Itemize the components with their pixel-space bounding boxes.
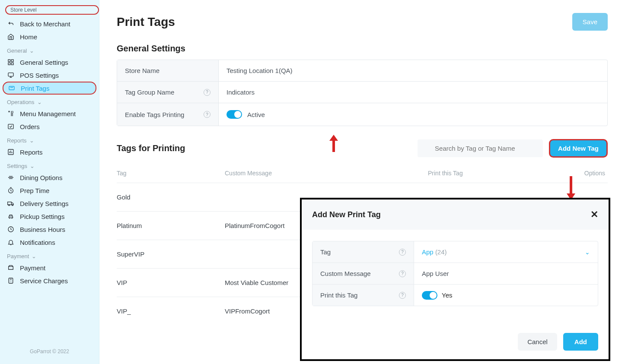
enable-tags-toggle[interactable] [226, 110, 242, 119]
nav-label: Pickup Settings [20, 213, 64, 220]
home-icon [7, 33, 15, 41]
payment-icon [7, 264, 15, 272]
general-settings-title: General Settings [117, 44, 608, 54]
nav-label: Back to Merchant [20, 20, 70, 28]
help-icon[interactable]: ? [204, 89, 210, 96]
general-settings-table: Store Name Testing Location 1(QA) Tag Gr… [117, 60, 608, 126]
nav-label: Home [20, 33, 37, 41]
add-button[interactable]: Add [563, 333, 598, 351]
nav-label: Delivery Settings [20, 200, 69, 207]
annotation-arrow-down-icon [567, 176, 575, 200]
enable-tags-label: Enable Tags Printing ? [117, 103, 219, 126]
group-label: General [7, 47, 27, 54]
group-label: Operations [7, 99, 35, 105]
sidebar-item-dining-options[interactable]: Dining Options [0, 171, 99, 184]
nav-label: Notifications [20, 239, 55, 246]
sidebar-item-print-tags[interactable]: Print Tags [3, 82, 96, 95]
svg-rect-15 [9, 278, 13, 283]
cell-tag: VIP_ [117, 307, 225, 315]
group-label: Settings [7, 163, 27, 169]
col-message: Custom Message [225, 170, 428, 177]
sidebar-group-operations[interactable]: Operations ⌄ [0, 95, 99, 107]
svg-rect-1 [11, 60, 13, 62]
sidebar-item-reports[interactable]: Reports [0, 146, 99, 158]
save-button[interactable]: Save [572, 13, 608, 31]
sidebar-item-business-hours[interactable]: Business Hours [0, 223, 99, 236]
sidebar-item-general-settings[interactable]: General Settings [0, 56, 99, 69]
col-tag: Tag [117, 170, 225, 177]
modal-tag-select[interactable]: App (24) ⌄ [414, 241, 598, 263]
col-options: Options [584, 170, 608, 177]
sidebar-item-delivery-settings[interactable]: Delivery Settings [0, 197, 99, 210]
sidebar-back-to-merchant[interactable]: Back to Merchant [0, 17, 99, 30]
sidebar-item-orders[interactable]: Orders [0, 120, 99, 133]
sidebar-item-menu-management[interactable]: Menu Management [0, 107, 99, 120]
svg-point-12 [10, 218, 10, 218]
group-label: Payment [7, 253, 29, 260]
help-icon[interactable]: ? [204, 111, 210, 118]
nav-label: Business Hours [20, 226, 65, 233]
store-name-value: Testing Location 1(QA) [219, 60, 607, 81]
sidebar-group-general[interactable]: General ⌄ [0, 43, 99, 56]
monitor-icon [7, 71, 15, 79]
nav-label: POS Settings [20, 72, 59, 79]
car-icon [7, 212, 15, 220]
nav-label: Print Tags [21, 85, 49, 92]
tag-select-count: (24) [435, 248, 447, 256]
annotation-arrow-up-icon [329, 135, 338, 152]
dining-icon [7, 174, 15, 181]
calculator-icon [7, 277, 15, 285]
truck-icon [7, 199, 15, 207]
cancel-button[interactable]: Cancel [518, 333, 557, 351]
tag-group-label: Tag Group Name ? [117, 82, 219, 103]
close-icon[interactable]: ✕ [590, 209, 598, 220]
sidebar-item-payment[interactable]: Payment [0, 261, 99, 274]
sidebar-group-settings[interactable]: Settings ⌄ [0, 158, 99, 171]
cell-tag: Gold [117, 193, 225, 201]
cell-tag: VIP [117, 279, 225, 286]
nav-label: Reports [20, 149, 43, 156]
modal-tag-label: Tag ? [312, 241, 414, 263]
tag-icon [8, 84, 16, 92]
tags-section-title: Tags for Printing [117, 143, 185, 153]
modal-print-value: Yes [442, 291, 452, 299]
sidebar: Store Level Back to Merchant Home Genera… [0, 0, 99, 364]
svg-rect-5 [9, 86, 14, 90]
sidebar-item-notifications[interactable]: Notifications [0, 236, 99, 249]
nav-label: General Settings [20, 59, 68, 66]
modal-title: Add New Print Tag [312, 210, 381, 219]
search-input[interactable] [418, 139, 543, 157]
sidebar-item-prep-time[interactable]: Prep Time [0, 184, 99, 197]
bar-chart-icon [7, 148, 15, 156]
modal-print-toggle[interactable] [422, 291, 437, 300]
sidebar-item-pos-settings[interactable]: POS Settings [0, 69, 99, 82]
check-square-icon [7, 123, 15, 130]
nav-label: Service Charges [20, 277, 68, 285]
nav-label: Menu Management [20, 110, 76, 117]
sidebar-group-payment[interactable]: Payment ⌄ [0, 249, 99, 261]
nav-label: Prep Time [20, 187, 49, 194]
help-icon[interactable]: ? [399, 270, 406, 277]
add-new-tag-button[interactable]: Add New Tag [549, 139, 608, 158]
svg-rect-3 [11, 63, 13, 65]
sidebar-home[interactable]: Home [0, 30, 99, 43]
help-icon[interactable]: ? [399, 249, 406, 256]
chevron-down-icon: ⌄ [29, 47, 34, 54]
sidebar-item-service-charges[interactable]: Service Charges [0, 274, 99, 287]
enable-status-text: Active [247, 111, 265, 118]
modal-message-input[interactable]: App User [414, 263, 598, 284]
cell-tag: SuperVIP [117, 250, 225, 258]
add-print-tag-modal: Add New Print Tag ✕ Tag ? App (24) ⌄ [300, 198, 610, 361]
hours-icon [7, 225, 15, 233]
svg-rect-2 [8, 63, 10, 65]
sidebar-footer: GoParrot © 2022 [0, 343, 99, 360]
page-title: Print Tags [117, 15, 175, 29]
svg-rect-4 [8, 73, 13, 76]
back-icon [7, 20, 15, 28]
grid-icon [7, 58, 15, 66]
sidebar-item-pickup-settings[interactable]: Pickup Settings [0, 210, 99, 223]
help-icon[interactable]: ? [399, 292, 406, 299]
sidebar-group-reports[interactable]: Reports ⌄ [0, 133, 99, 146]
modal-print-label: Print this Tag ? [312, 285, 414, 306]
store-name-label: Store Name [117, 60, 219, 81]
